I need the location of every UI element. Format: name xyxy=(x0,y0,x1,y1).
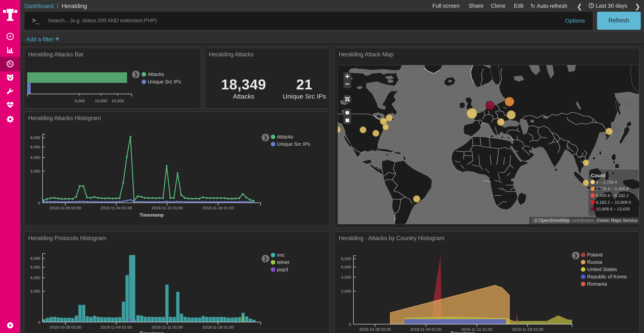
svg-text:0: 0 xyxy=(38,320,40,324)
svg-text:3 – 2,729.4: 3 – 2,729.4 xyxy=(596,180,617,185)
svg-text:0: 0 xyxy=(349,322,351,327)
svg-text:6,000: 6,000 xyxy=(30,145,40,149)
svg-text:Timestamp: Timestamp xyxy=(140,212,164,217)
svg-text:2,000: 2,000 xyxy=(30,169,40,173)
svg-text:2,000: 2,000 xyxy=(341,289,351,293)
svg-text:2018-11-18 01:00: 2018-11-18 01:00 xyxy=(512,327,544,331)
svg-text:2018-11-18 01:00: 2018-11-18 01:00 xyxy=(202,206,234,210)
svg-text:2018-11-04 01:00: 2018-11-04 01:00 xyxy=(100,325,132,329)
svg-text:2018-11-11 01:00: 2018-11-11 01:00 xyxy=(152,325,183,329)
svg-text:2018-11-18 01:00: 2018-11-18 01:00 xyxy=(202,325,234,329)
svg-text:6,000: 6,000 xyxy=(30,265,40,269)
svg-text:2018-11-04 01:00: 2018-11-04 01:00 xyxy=(410,327,442,331)
svg-text:4,000: 4,000 xyxy=(30,275,40,280)
svg-text:8,000: 8,000 xyxy=(341,256,351,261)
svg-text:8,182.2 – 10,908.6: 8,182.2 – 10,908.6 xyxy=(596,200,631,205)
svg-text:Count: Count xyxy=(591,173,605,178)
svg-text:2018-10-28 02:00: 2018-10-28 02:00 xyxy=(359,327,391,331)
svg-text:6,000: 6,000 xyxy=(341,265,351,269)
svg-text:Timestamp: Timestamp xyxy=(140,331,164,333)
svg-text:0: 0 xyxy=(38,201,40,205)
svg-text:2018-10-28 02:00: 2018-10-28 02:00 xyxy=(50,206,81,210)
svg-text:4,000: 4,000 xyxy=(341,275,351,279)
svg-text:Timestamp: Timestamp xyxy=(450,331,475,333)
svg-text:5,455.8 – 8,182.2: 5,455.8 – 8,182.2 xyxy=(596,193,629,198)
svg-text:2,000: 2,000 xyxy=(30,289,40,293)
svg-text:2018-11-04 01:00: 2018-11-04 01:00 xyxy=(100,206,132,210)
svg-text:2018-11-11 01:00: 2018-11-11 01:00 xyxy=(152,206,183,210)
svg-text:4,000: 4,000 xyxy=(30,155,40,160)
svg-text:10,908.6 – 13,635: 10,908.6 – 13,635 xyxy=(596,207,630,211)
svg-text:5,000: 5,000 xyxy=(75,99,85,103)
svg-text:2018-10-28 02:00: 2018-10-28 02:00 xyxy=(50,325,81,329)
svg-text:2,729.4 – 5,455.8: 2,729.4 – 5,455.8 xyxy=(596,186,629,191)
svg-text:15,000: 15,000 xyxy=(112,99,124,103)
svg-text:10,000: 10,000 xyxy=(95,99,107,103)
svg-text:8,000: 8,000 xyxy=(30,135,40,140)
svg-text:8,000: 8,000 xyxy=(30,256,40,260)
svg-text:© OpenStreetMap contributors,: © OpenStreetMap contributors, Elastic Ma… xyxy=(534,218,638,223)
